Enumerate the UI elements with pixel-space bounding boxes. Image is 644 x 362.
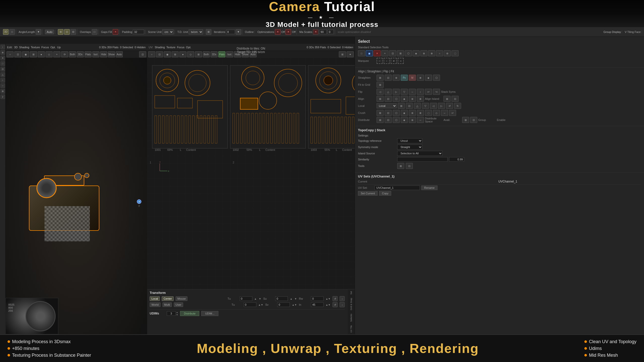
sel-icon-8[interactable]: ⊛: [420, 50, 427, 56]
vp-auto[interactable]: Auto: [116, 51, 123, 57]
flip-icon-1[interactable]: △: [385, 89, 392, 95]
flip-icon-3[interactable]: ▽: [401, 89, 408, 95]
toolbar-angle-icon[interactable]: ▼: [36, 29, 41, 35]
scene-unit-select[interactable]: cm: [162, 29, 174, 34]
local-icon-5[interactable]: ◁: [430, 103, 437, 109]
crush-icon-5[interactable]: ⊛: [409, 110, 416, 116]
tools-icon-2[interactable]: ⊡: [406, 163, 413, 169]
sel-icon-2[interactable]: ◼: [366, 50, 373, 56]
padding-input[interactable]: [133, 30, 144, 34]
local-dropdown[interactable]: Local: [377, 103, 397, 108]
coord-mouse-btn[interactable]: Mouse: [176, 296, 187, 301]
left-btn-8[interactable]: ↔: [1, 83, 5, 88]
transform-reset-btn2[interactable]: ↺: [333, 302, 338, 307]
su-input[interactable]: [275, 296, 288, 301]
viewport-3d[interactable]: Edit: 3D Shading Texture Focus Opt. Up 0…: [6, 44, 147, 334]
tu-arrow-down[interactable]: ▼: [259, 297, 261, 300]
sel-icon-4[interactable]: ⊡: [389, 50, 396, 56]
gaps-x-icon[interactable]: ✕: [113, 29, 118, 35]
coord-user-btn[interactable]: User: [174, 302, 183, 307]
uv-icon-4[interactable]: ⊞: [172, 51, 179, 57]
str-icon-3[interactable]: ⊛: [393, 75, 400, 81]
align-icon-2[interactable]: ⊡: [385, 96, 392, 102]
dist-icon-2[interactable]: ⊡: [385, 117, 392, 123]
uv-mode-3ds[interactable]: 3Ds: [211, 51, 218, 57]
left-btn-5[interactable]: ⊡: [1, 67, 5, 71]
marquee-icon-3[interactable]: ⊘: [391, 58, 397, 64]
align-icon-4[interactable]: ◈: [401, 96, 408, 102]
tu-input2[interactable]: [244, 302, 256, 307]
vp-mode-flats[interactable]: Flats: [85, 51, 92, 57]
local-icon-1[interactable]: ⊞: [398, 103, 405, 109]
symmetry-mode-select[interactable]: Straight Mirror: [397, 145, 422, 150]
left-btn-7[interactable]: ○: [1, 78, 5, 82]
str-icon-2[interactable]: ⊡: [385, 75, 392, 81]
topology-ref-select[interactable]: Uncut Cut: [397, 138, 422, 143]
coord-world-btn[interactable]: World: [150, 302, 160, 307]
vp-shading-label[interactable]: Shading: [19, 46, 29, 49]
flip-icon-2[interactable]: ▷: [393, 89, 400, 95]
uvset-input[interactable]: [375, 186, 420, 190]
local-icon-8[interactable]: ↻: [454, 103, 461, 109]
uv-show[interactable]: Show: [242, 51, 249, 57]
str-icon-4[interactable]: ⊕: [417, 75, 424, 81]
flip-icon-6[interactable]: ↩: [425, 89, 432, 95]
dist-icon-1[interactable]: ⊞: [377, 117, 384, 123]
left-btn-10[interactable]: 2: [1, 95, 5, 99]
vp-mode-both[interactable]: Both: [69, 51, 76, 57]
tu-input1[interactable]: [240, 296, 252, 301]
udims-arrows[interactable]: ▲ ▼: [176, 311, 178, 316]
vp-show[interactable]: Show: [108, 51, 115, 57]
vp-up-label[interactable]: Up: [57, 46, 61, 49]
udim-btn[interactable]: UDIM...: [201, 311, 218, 316]
set-current-button[interactable]: Set Current: [358, 191, 378, 196]
align-icon-3[interactable]: ⬡: [393, 96, 400, 102]
island-source-select[interactable]: Selection to All All to Selection: [397, 151, 442, 156]
vp-icon-2[interactable]: ⊡: [14, 51, 21, 57]
transform-apply-btn2[interactable]: →: [340, 302, 345, 307]
udims-up[interactable]: ▲: [176, 311, 178, 313]
vp-isol[interactable]: Isol.: [92, 51, 99, 57]
vp-icon-extra[interactable]: ⊡: [139, 51, 146, 57]
vp-icon-7[interactable]: +: [53, 51, 60, 57]
uv-auto[interactable]: Auto: [250, 51, 257, 57]
uv-shading-label[interactable]: Shading: [155, 46, 165, 49]
local-icon-7[interactable]: ↺: [446, 103, 453, 109]
distribute-btn[interactable]: Distribute: [180, 311, 199, 316]
sv-arrows[interactable]: ▲▼: [292, 303, 297, 306]
local-icon-6[interactable]: ▷: [438, 103, 445, 109]
crush-icon-9[interactable]: ↔: [441, 110, 448, 116]
str-icon-5[interactable]: ◈: [425, 75, 432, 81]
marquee-icon-4[interactable]: ◇: [398, 58, 404, 64]
toolbar-3ds-btn[interactable]: 3D: [3, 29, 9, 35]
vp-mode-3ds[interactable]: 3Ds: [77, 51, 84, 57]
marquee-icon-1[interactable]: □: [377, 58, 383, 64]
pack-icon-2[interactable]: ⊡: [64, 29, 70, 35]
scale-val2[interactable]: [328, 30, 334, 34]
vp-texture-label[interactable]: Texture: [31, 46, 40, 49]
crush-icon-10[interactable]: ↩: [449, 110, 456, 116]
align-isl-icon-1[interactable]: ⊞: [444, 96, 451, 102]
su-arrow-up[interactable]: ▲: [290, 297, 292, 300]
tu2-arrows[interactable]: ▲▼: [258, 303, 263, 306]
viewport-3d-canvas[interactable]: ⊕ y: [6, 58, 147, 334]
left-btn-2[interactable]: ⊕: [1, 50, 5, 55]
opt-x-icon[interactable]: ✕: [286, 29, 291, 35]
uv-isol[interactable]: Isol.: [226, 51, 233, 57]
crush-icon-3[interactable]: ⬡: [393, 110, 400, 116]
dist-icon-6[interactable]: ↔: [417, 117, 424, 123]
uv-snap-icon[interactable]: ✦: [347, 51, 354, 57]
vp-focus-label[interactable]: Focus: [42, 46, 49, 49]
udims-num-input[interactable]: [167, 311, 176, 316]
flip-local[interactable]: ◁: [377, 89, 384, 95]
in-arrows[interactable]: ▲▼: [326, 303, 331, 306]
uv-texture-label[interactable]: Texture: [166, 46, 175, 49]
sel-icon-1[interactable]: □: [358, 50, 365, 56]
sel-icon-x[interactable]: ✕: [374, 50, 381, 56]
sel-icon-7[interactable]: ◈: [413, 50, 420, 56]
crush-icon-2[interactable]: ⊡: [385, 110, 392, 116]
coord-center-btn[interactable]: Center: [162, 296, 174, 301]
pack-icon-3[interactable]: ⊟: [70, 29, 76, 35]
similarity-num[interactable]: [449, 157, 464, 162]
opt-off-icon[interactable]: ✕: [275, 29, 280, 35]
